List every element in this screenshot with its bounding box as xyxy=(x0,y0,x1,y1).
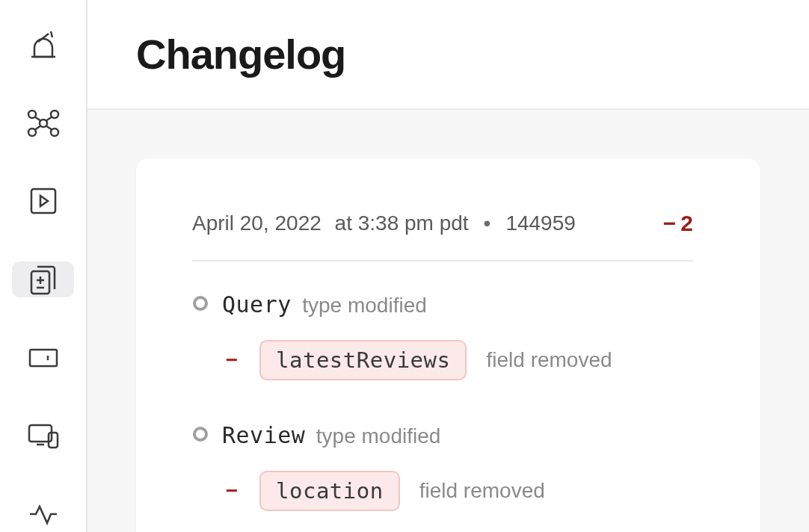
entry-header: April 20, 2022 at 3:38 pm pdt • 144959 −… xyxy=(192,211,693,262)
activity-icon xyxy=(27,502,60,526)
type-modified-label: type modified xyxy=(316,424,441,448)
field-name-pill[interactable]: location xyxy=(259,471,400,511)
minus-icon: − xyxy=(663,211,677,236)
play-square-icon xyxy=(28,185,59,217)
field-row: − latestReviews field removed xyxy=(192,340,693,380)
svg-point-11 xyxy=(194,428,206,440)
entry-date: April 20, 2022 at 3:38 pm pdt xyxy=(192,211,469,235)
main: Changelog April 20, 2022 at 3:38 pm pdt … xyxy=(87,0,809,532)
sidebar-item-clients[interactable] xyxy=(12,418,74,454)
circle-outline-icon xyxy=(192,426,209,445)
change-header: Query type modified xyxy=(192,291,693,318)
page-title: Changelog xyxy=(136,30,809,78)
observatory-icon xyxy=(27,28,60,61)
minus-icon: − xyxy=(224,348,240,372)
diff-files-icon xyxy=(28,262,59,297)
change-item: Query type modified − latestReviews fiel… xyxy=(192,291,693,380)
sidebar-item-schema[interactable] xyxy=(12,105,74,142)
removed-count-value: 2 xyxy=(680,211,693,236)
graph-icon xyxy=(25,107,62,140)
entry-meta: April 20, 2022 at 3:38 pm pdt • 144959 xyxy=(192,211,576,235)
change-header: Review type modified xyxy=(192,422,693,448)
svg-rect-7 xyxy=(30,350,57,366)
sidebar-item-metrics[interactable] xyxy=(12,495,74,532)
circle-outline-icon xyxy=(192,295,209,315)
sidebar-item-changelog[interactable] xyxy=(12,262,74,298)
type-name: Review xyxy=(222,422,305,448)
field-row: − location field removed xyxy=(192,471,693,511)
type-name: Query xyxy=(222,291,292,318)
removed-count: − 2 xyxy=(663,211,693,236)
svg-rect-5 xyxy=(31,189,55,213)
type-modified-label: type modified xyxy=(302,294,427,317)
input-icon xyxy=(27,347,60,369)
sidebar xyxy=(0,0,87,532)
changelog-entry-card: April 20, 2022 at 3:38 pm pdt • 144959 −… xyxy=(136,158,760,532)
entry-id: 144959 xyxy=(505,211,575,235)
sidebar-item-observatory[interactable] xyxy=(12,27,74,64)
svg-point-10 xyxy=(194,297,206,309)
separator-dot: • xyxy=(484,211,491,235)
change-item: Review type modified − location field re… xyxy=(192,422,693,511)
field-name-pill[interactable]: latestReviews xyxy=(259,340,467,380)
content: April 20, 2022 at 3:38 pm pdt • 144959 −… xyxy=(87,110,809,532)
devices-icon xyxy=(26,422,61,449)
sidebar-item-explorer[interactable] xyxy=(12,183,74,220)
field-removed-label: field removed xyxy=(419,479,545,503)
sidebar-item-fields[interactable] xyxy=(12,339,74,376)
minus-icon: − xyxy=(224,479,240,503)
svg-rect-9 xyxy=(49,433,58,448)
header: Changelog xyxy=(87,0,809,110)
field-removed-label: field removed xyxy=(486,348,612,372)
